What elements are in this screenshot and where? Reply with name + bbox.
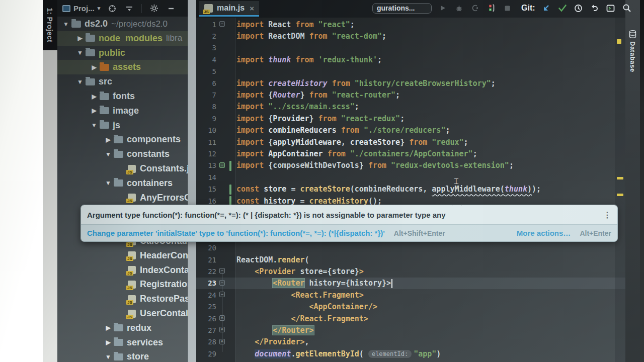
code-token: ; — [377, 55, 382, 64]
chevron-expanded-icon[interactable]: ▼ — [76, 78, 84, 85]
chevron-collapsed-icon[interactable]: ▶ — [76, 35, 84, 42]
tree-item-image[interactable]: ▶image — [57, 104, 196, 118]
tab-main-js[interactable]: main.js × — [199, 1, 259, 17]
code-line-29[interactable]: 29 document.getElementById( elementId:"a… — [196, 348, 625, 359]
project-view-selector[interactable]: Proj... ▾ — [62, 4, 100, 13]
code-line-12[interactable]: 12import AppContainer from "./containers… — [196, 148, 625, 159]
chevron-expanded-icon[interactable]: ▼ — [105, 353, 112, 360]
tooltip-message: Argument type function(*): function(*=, … — [87, 211, 598, 219]
hide-panel-icon[interactable] — [166, 4, 176, 14]
code-line-2[interactable]: 2import ReactDOM from "react-dom"; — [196, 30, 625, 42]
quickfix-link[interactable]: Change parameter 'initialState' type to … — [87, 229, 385, 237]
chevron-expanded-icon[interactable]: ▼ — [91, 122, 98, 129]
tree-item-constants[interactable]: ▼constants — [57, 147, 196, 161]
code-token: "react-dom" — [332, 32, 382, 41]
coverage-icon[interactable] — [470, 3, 480, 13]
tree-item-components[interactable]: ▶components — [57, 132, 196, 147]
code-line-1[interactable]: 1import React from "react"; — [196, 19, 625, 30]
code-line-11[interactable]: 11import {applyMiddleware, createStore} … — [196, 136, 625, 148]
code-line-15[interactable]: 15const store = createStore(combineReduc… — [196, 184, 625, 195]
code-line-9[interactable]: 9import {Provider} from "react-redux"; — [196, 113, 625, 124]
tree-item-anyerrorsco[interactable]: AnyErrorsCo — [57, 191, 196, 205]
code-line-20[interactable]: 20 — [196, 242, 625, 254]
tree-item-node-modules[interactable]: ▶node_moduleslibra — [57, 31, 196, 46]
code-line-8[interactable]: 8import "../scss/main.scss"; — [196, 101, 625, 113]
chevron-collapsed-icon[interactable]: ▶ — [105, 339, 112, 346]
chevron-collapsed-icon[interactable]: ▶ — [105, 136, 112, 143]
tree-item-js[interactable]: ▼js — [57, 118, 196, 133]
collapse-all-icon[interactable] — [124, 4, 134, 14]
tree-item-headercont[interactable]: HeaderCont — [57, 248, 196, 263]
debug-icon[interactable] — [454, 3, 464, 13]
line-text: import {applyMiddleware, createStore} fr… — [236, 138, 468, 147]
warning-stripe-mark[interactable] — [617, 39, 621, 44]
git-commit-icon[interactable] — [557, 3, 568, 13]
warning-stripe-mark[interactable] — [617, 177, 623, 179]
code-line-4[interactable]: 4import thunk from 'redux-thunk'; — [196, 54, 625, 65]
code-token: Router — [273, 90, 300, 100]
warning-stripe-mark[interactable] — [617, 194, 623, 196]
code-line-26[interactable]: 26 </React.Fragment> — [196, 313, 625, 324]
code-line-5[interactable]: 5 — [196, 66, 625, 77]
code-line-22[interactable]: 22 <Provider store={store}> — [196, 265, 625, 277]
tree-item-fonts[interactable]: ▶fonts — [57, 89, 196, 104]
chevron-expanded-icon[interactable]: ▼ — [76, 49, 84, 56]
code-line-6[interactable]: 6import createHistory from "history/crea… — [196, 77, 625, 89]
code-line-3[interactable]: 3 — [196, 42, 625, 54]
more-actions-link[interactable]: More actions… — [517, 229, 571, 237]
rollback-icon[interactable] — [590, 3, 600, 13]
code-token: } — [300, 90, 309, 100]
code-line-24[interactable]: 24 <React.Fragment> — [196, 289, 625, 301]
chevron-expanded-icon[interactable]: ▼ — [105, 151, 112, 158]
tree-item-assets[interactable]: ▶assets — [57, 60, 196, 74]
error-stripe[interactable] — [615, 18, 625, 362]
play-icon[interactable] — [438, 3, 448, 13]
stop-icon[interactable] — [502, 3, 512, 13]
chevron-collapsed-icon[interactable]: ▶ — [91, 107, 98, 114]
code-line-7[interactable]: 7import {Router} from "react-router"; — [196, 89, 625, 101]
code-line-23[interactable]: 23 <Router history={history}> — [196, 278, 625, 289]
history-icon[interactable] — [574, 3, 584, 13]
code-line-30[interactable]: 30) — [196, 360, 625, 362]
tool-stripe-database[interactable]: Database — [625, 30, 640, 72]
tree-item-restorepass[interactable]: RestorePass — [57, 292, 196, 306]
tree-item-services[interactable]: ▶services — [57, 335, 196, 350]
tree-item-indexcontai[interactable]: IndexContai — [57, 263, 196, 278]
code-line-25[interactable]: 25 <AppContainer/> — [196, 301, 625, 313]
code-line-28[interactable]: 28 </Provider>, — [196, 336, 625, 348]
code-line-13[interactable]: 13import {composeWithDevTools} from "red… — [196, 160, 625, 171]
code-token: history — [264, 197, 300, 206]
locate-file-icon[interactable] — [107, 4, 117, 14]
close-icon[interactable]: × — [250, 4, 254, 13]
code-line-27[interactable]: 27 </Router> — [196, 324, 625, 336]
chevron-collapsed-icon[interactable]: ▶ — [91, 64, 98, 71]
code-line-14[interactable]: 14 — [196, 171, 625, 183]
tree-item-registration[interactable]: Registration — [57, 277, 196, 292]
project-tree-scrollbar[interactable] — [188, 0, 196, 362]
tree-item-ds2-0[interactable]: ▼ds2.0~/project/ds2.0 — [57, 17, 196, 31]
chevron-collapsed-icon[interactable]: ▶ — [91, 93, 98, 100]
search-icon[interactable] — [622, 3, 632, 13]
code-line-10[interactable]: 10import combineReducers from "./store/r… — [196, 125, 625, 136]
tree-item-src[interactable]: ▼src — [57, 74, 196, 89]
chevron-expanded-icon[interactable]: ▼ — [105, 179, 112, 187]
tree-item-containers[interactable]: ▼containers — [57, 176, 196, 191]
terminal-icon[interactable] — [606, 3, 616, 13]
main-toolbar: gurations... Git: — [372, 0, 632, 16]
profiler-icon[interactable] — [486, 3, 496, 13]
gear-icon[interactable] — [149, 4, 159, 14]
tree-item-usercontain[interactable]: UserContain — [57, 306, 196, 321]
git-update-icon[interactable] — [541, 3, 551, 13]
run-configurations-select[interactable]: gurations... — [372, 3, 432, 14]
chevron-collapsed-icon[interactable]: ▶ — [105, 324, 112, 331]
tree-item-constants-js[interactable]: Constants.js — [57, 161, 196, 176]
code-token: "redux" — [432, 138, 463, 147]
chevron-expanded-icon[interactable]: ▼ — [62, 21, 69, 28]
kebab-menu-icon[interactable]: ⋮ — [603, 210, 611, 220]
tree-item-store[interactable]: ▼store — [57, 349, 196, 362]
tree-item-public[interactable]: ▼public — [57, 46, 196, 60]
tool-stripe-project[interactable]: 1: Project — [43, 0, 57, 50]
code-line-21[interactable]: 21ReactDOM.render( — [196, 254, 625, 265]
tree-item-redux[interactable]: ▶redux — [57, 321, 196, 335]
code-lines[interactable]: 1import React from "react";2import React… — [196, 19, 625, 362]
